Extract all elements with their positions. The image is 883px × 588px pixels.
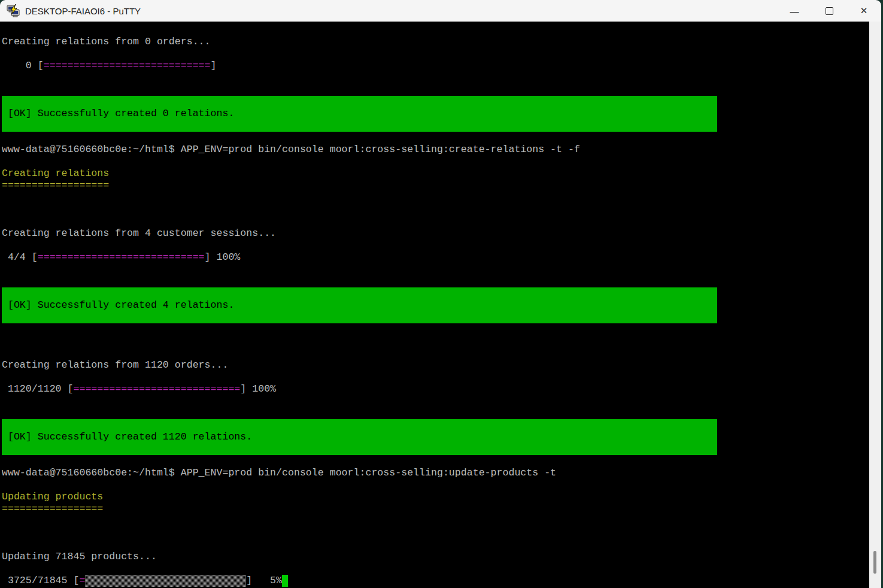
terminal-text-segment: =	[79, 575, 85, 586]
window-controls: — ✕	[777, 0, 881, 22]
terminal-blank-line	[2, 407, 869, 419]
terminal-blank-line	[2, 263, 869, 275]
terminal-blank-line	[2, 335, 869, 347]
terminal-line: Creating relations	[2, 168, 869, 180]
terminal-screen[interactable]: Creating relations from 0 orders... 0 [=…	[0, 22, 869, 588]
maximize-button[interactable]	[812, 0, 846, 22]
terminal-blank-line	[2, 371, 869, 383]
terminal-text-segment: 3725/71845 [	[2, 575, 79, 586]
success-block-text: [OK] Successfully created 1120 relations…	[2, 431, 252, 443]
terminal-line: www-data@75160660bc0e:~/html$ APP_ENV=pr…	[2, 467, 869, 479]
terminal-blank-line	[2, 563, 869, 575]
terminal-text-segment: Creating relations from 4 customer sessi…	[2, 228, 276, 239]
terminal-text-segment: Creating relations from 1120 orders...	[2, 359, 228, 371]
window-title: DESKTOP-FAIAOI6 - PuTTY	[25, 6, 141, 16]
titlebar[interactable]: DESKTOP-FAIAOI6 - PuTTY — ✕	[0, 0, 881, 22]
success-block: [OK] Successfully created 0 relations.	[2, 96, 717, 132]
terminal-text-segment: ==================	[2, 180, 109, 191]
terminal-text-segment: Updating products	[2, 491, 103, 502]
terminal-blank-line	[2, 240, 869, 251]
terminal-line: ==================	[2, 180, 869, 192]
terminal-scrollbar[interactable]	[869, 22, 881, 588]
success-block-text: [OK] Successfully created 4 relations.	[2, 299, 234, 311]
terminal-text-segment: ============================	[38, 251, 205, 263]
putty-app-icon	[6, 4, 20, 18]
terminal-blank-line	[2, 347, 869, 359]
terminal-text-segment: Creating relations	[2, 168, 109, 179]
terminal-blank-line	[2, 132, 869, 144]
success-block: [OK] Successfully created 1120 relations…	[2, 419, 717, 455]
terminal-text-segment: ]	[211, 60, 217, 71]
terminal-blank-line	[2, 204, 869, 216]
terminal-blank-line	[2, 216, 869, 228]
terminal-text-segment: Updating 71845 products...	[2, 551, 157, 562]
success-block: [OK] Successfully created 4 relations.	[2, 287, 717, 323]
terminal-text-segment: Creating relations from 0 orders...	[2, 36, 211, 47]
progress-bar-remaining	[85, 575, 246, 587]
terminal-blank-line	[2, 24, 869, 36]
terminal-line: 1120/1120 [============================]…	[2, 383, 869, 395]
terminal-blank-line	[2, 84, 869, 96]
terminal-blank-line	[2, 48, 869, 60]
terminal-line: Updating products	[2, 491, 869, 503]
close-button[interactable]: ✕	[846, 0, 881, 22]
terminal-line: Creating relations from 1120 orders...	[2, 359, 869, 371]
terminal-cursor	[282, 575, 288, 587]
terminal-text-segment: www-data@75160660bc0e:~/html$ APP_ENV=pr…	[2, 467, 556, 478]
terminal-text-segment: ] 100%	[205, 251, 241, 263]
terminal-text-segment: ============================	[74, 383, 241, 395]
terminal-blank-line	[2, 455, 869, 467]
terminal-blank-line	[2, 539, 869, 551]
terminal-content: Creating relations from 0 orders... 0 [=…	[0, 22, 869, 587]
terminal-blank-line	[2, 156, 869, 168]
terminal-blank-line	[2, 275, 869, 287]
terminal-line: 3725/71845 [=] 5%	[2, 575, 869, 587]
terminal-text-segment: ] 100%	[240, 383, 276, 395]
terminal-text-segment: ============================	[44, 60, 211, 71]
terminal-blank-line	[2, 323, 869, 335]
terminal-text-segment: ] 5%	[246, 575, 282, 586]
terminal-text-segment: www-data@75160660bc0e:~/html$ APP_ENV=pr…	[2, 144, 580, 155]
maximize-icon	[826, 7, 833, 15]
terminal-blank-line	[2, 395, 869, 407]
terminal-blank-line	[2, 515, 869, 527]
close-icon: ✕	[860, 5, 868, 16]
scrollbar-thumb[interactable]	[873, 551, 876, 574]
terminal-blank-line	[2, 479, 869, 491]
terminal-line: Updating 71845 products...	[2, 551, 869, 563]
putty-window: DESKTOP-FAIAOI6 - PuTTY — ✕ Creating rel…	[0, 0, 881, 588]
success-block-text: [OK] Successfully created 0 relations.	[2, 108, 234, 120]
terminal-text-segment: 4/4 [	[2, 251, 38, 263]
terminal-blank-line	[2, 527, 869, 539]
terminal-line: 0 [============================]	[2, 60, 869, 72]
minimize-button[interactable]: —	[777, 0, 812, 22]
terminal-blank-line	[2, 72, 869, 84]
terminal-line: 4/4 [============================] 100%	[2, 251, 869, 263]
terminal-text-segment: =================	[2, 503, 103, 514]
terminal-line: www-data@75160660bc0e:~/html$ APP_ENV=pr…	[2, 144, 869, 156]
terminal-text-segment: 1120/1120 [	[2, 383, 74, 395]
minimize-icon: —	[790, 6, 799, 16]
terminal-blank-line	[2, 192, 869, 204]
terminal-line: =================	[2, 503, 869, 515]
terminal-line: Creating relations from 0 orders...	[2, 36, 869, 48]
terminal-text-segment: 0 [	[2, 60, 44, 71]
terminal-line: Creating relations from 4 customer sessi…	[2, 228, 869, 240]
